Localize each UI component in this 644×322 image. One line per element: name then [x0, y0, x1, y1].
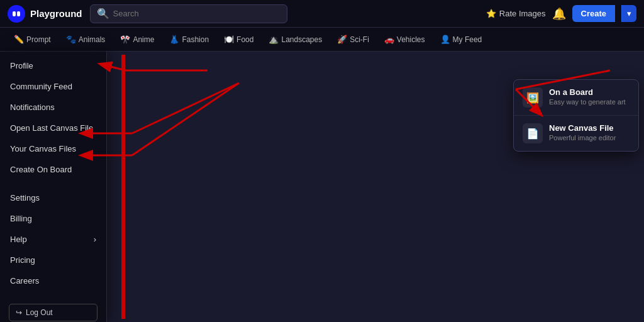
category-label: Sci-Fi: [350, 35, 369, 44]
nav-right: ⭐ Rate Images 🔔 Create ▾: [486, 5, 636, 22]
dropdown-item-on-a-board[interactable]: 🖼️ On a Board Easy way to generate art: [514, 80, 638, 115]
category-label: Fashion: [182, 35, 209, 44]
category-fashion[interactable]: 👗 Fashion: [163, 32, 215, 47]
category-prompt[interactable]: ✏️ Prompt: [8, 32, 57, 47]
on-a-board-title: On a Board: [549, 87, 626, 97]
dropdown-item-text: On a Board Easy way to generate art: [549, 87, 626, 106]
landscapes-icon: ⛰️: [269, 35, 279, 44]
dropdown-item-new-canvas[interactable]: 📄 New Canvas File Powerful image editor: [514, 115, 638, 151]
board-icon: 🖼️: [523, 87, 543, 108]
vehicles-icon: 🚗: [384, 35, 394, 44]
logo[interactable]: Playground: [8, 5, 82, 23]
menu-item-profile[interactable]: Profile: [0, 55, 106, 76]
category-label: Animals: [79, 35, 106, 44]
svg-rect-0: [13, 11, 16, 16]
main-content-area: Profile Community Feed Notifications Ope…: [0, 52, 644, 322]
menu-item-careers[interactable]: Careers: [0, 270, 106, 291]
logout-button[interactable]: ↪ Log Out: [9, 304, 97, 321]
menu-item-create-on-board[interactable]: Create On Board: [0, 159, 106, 180]
new-canvas-subtitle: Powerful image editor: [549, 134, 616, 142]
rate-images-label: Rate Images: [499, 9, 546, 18]
menu-item-your-canvas[interactable]: Your Canvas Files: [0, 138, 106, 159]
search-input[interactable]: [113, 9, 280, 18]
on-a-board-subtitle: Easy way to generate art: [549, 98, 626, 106]
new-canvas-title: New Canvas File: [549, 123, 616, 133]
category-label: Anime: [133, 35, 154, 44]
create-button-arrow[interactable]: ▾: [621, 5, 636, 22]
category-label: Landscapes: [281, 35, 322, 44]
menu-item-community-feed[interactable]: Community Feed: [0, 76, 106, 97]
menu-item-settings[interactable]: Settings: [0, 187, 106, 208]
create-dropdown: 🖼️ On a Board Easy way to generate art 📄…: [513, 79, 639, 152]
notification-icon[interactable]: 🔔: [552, 7, 566, 21]
create-button[interactable]: Create: [572, 5, 615, 22]
category-food[interactable]: 🍽️ Food: [218, 32, 260, 47]
menu-item-notifications[interactable]: Notifications: [0, 97, 106, 118]
chevron-right-icon: ›: [94, 235, 96, 244]
logo-icon: [8, 5, 25, 23]
scifi-icon: 🚀: [337, 35, 347, 44]
fashion-icon: 👗: [169, 35, 179, 44]
category-animals[interactable]: 🐾 Animals: [60, 32, 112, 47]
category-label: My Feed: [453, 35, 482, 44]
menu-item-open-last-canvas[interactable]: Open Last Canvas File: [0, 118, 106, 138]
prompt-icon: ✏️: [14, 35, 24, 44]
category-landscapes[interactable]: ⛰️ Landscapes: [262, 32, 328, 47]
category-anime[interactable]: 🎌 Anime: [114, 32, 160, 47]
svg-line-5: [132, 83, 239, 133]
category-myfeed[interactable]: 👤 My Feed: [434, 32, 489, 47]
logout-icon: ↪: [16, 308, 22, 317]
svg-rect-1: [17, 11, 20, 16]
category-label: Prompt: [26, 35, 51, 44]
category-scifi[interactable]: 🚀 Sci-Fi: [331, 32, 375, 47]
rate-images-button[interactable]: ⭐ Rate Images: [486, 9, 546, 18]
sidebar-menu: Profile Community Feed Notifications Ope…: [0, 52, 107, 322]
category-label: Food: [236, 35, 253, 44]
animals-icon: 🐾: [66, 35, 76, 44]
svg-line-7: [132, 83, 239, 155]
star-icon: ⭐: [486, 9, 496, 18]
category-vehicles[interactable]: 🚗 Vehicles: [378, 32, 431, 47]
menu-item-help[interactable]: Help ›: [0, 229, 106, 250]
image-grid: MILONEVODKA TIKKI COCKTAILS COCKTAILS & …: [107, 52, 128, 322]
myfeed-icon: 👤: [440, 35, 450, 44]
search-bar[interactable]: 🔍: [90, 4, 287, 23]
menu-item-pricing[interactable]: Pricing: [0, 250, 106, 270]
food-icon: 🍽️: [224, 35, 234, 44]
menu-item-billing[interactable]: Billing: [0, 208, 106, 229]
category-label: Vehicles: [397, 35, 425, 44]
top-navigation: Playground 🔍 ⭐ Rate Images 🔔 Create ▾: [0, 0, 644, 28]
canvas-icon: 📄: [523, 123, 543, 143]
search-icon: 🔍: [97, 8, 109, 19]
dropdown-item-text-2: New Canvas File Powerful image editor: [549, 123, 616, 142]
logo-text: Playground: [30, 8, 82, 19]
anime-icon: 🎌: [120, 35, 130, 44]
category-navigation: ✏️ Prompt 🐾 Animals 🎌 Anime 👗 Fashion 🍽️…: [0, 28, 644, 52]
